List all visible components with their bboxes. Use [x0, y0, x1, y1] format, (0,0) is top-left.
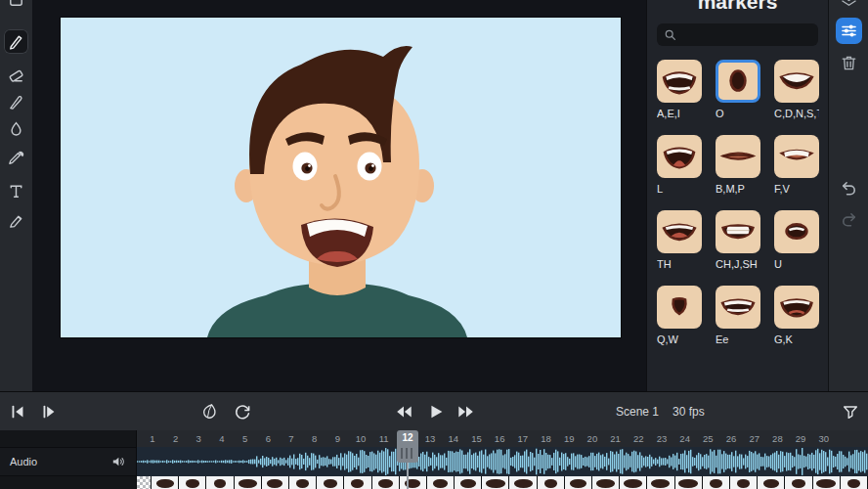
frame-number[interactable]: 23 — [650, 430, 673, 447]
mouth-item-bmp[interactable]: B,M,P — [716, 135, 760, 195]
frame-number[interactable]: 10 — [349, 430, 372, 447]
frame-number[interactable]: 20 — [581, 430, 604, 447]
empty-frame-cell[interactable] — [137, 476, 151, 489]
frame-number[interactable]: 13 — [418, 430, 442, 447]
frame-number[interactable]: 2 — [164, 430, 188, 447]
knife-tool-button[interactable] — [4, 90, 28, 114]
keyframe-cell[interactable] — [152, 476, 178, 489]
adjust-settings-button[interactable] — [836, 18, 862, 44]
scene-label[interactable]: Scene 1 — [616, 405, 659, 419]
frame-number[interactable]: 17 — [511, 430, 535, 447]
mouth-thumb-qw[interactable] — [657, 286, 702, 329]
keyframe-cell[interactable] — [179, 476, 205, 489]
keyframe-cell[interactable] — [675, 476, 702, 489]
keyframe-cell[interactable] — [538, 476, 564, 489]
keyframe-cell[interactable] — [317, 476, 343, 489]
frame-number[interactable]: 25 — [697, 430, 720, 447]
keyframe-cell[interactable] — [703, 476, 729, 489]
layers-icon[interactable] — [837, 0, 861, 10]
mouth-item-cdnst[interactable]: C,D,N,S,T... — [774, 60, 819, 119]
playhead-handle[interactable]: 12 — [397, 430, 418, 463]
clipped-tool-icon[interactable] — [4, 0, 28, 10]
mouth-item-gk[interactable]: G,K — [774, 286, 819, 345]
keyframe-cell[interactable] — [372, 476, 399, 489]
timeline-ruler[interactable]: 1234567891011121314151617181920212223242… — [137, 430, 868, 447]
fast-forward-button[interactable] — [455, 400, 478, 423]
next-frame-button[interactable] — [37, 400, 61, 423]
redo-button[interactable] — [837, 207, 861, 232]
frame-number[interactable]: 28 — [766, 430, 790, 447]
frame-number[interactable]: 22 — [627, 430, 650, 447]
mouth-thumb-fv[interactable] — [774, 135, 819, 178]
mouth-item-qw[interactable]: Q,W — [657, 286, 702, 345]
keyframe-cell[interactable] — [509, 476, 536, 489]
keyframe-cell[interactable] — [730, 476, 757, 489]
frame-number[interactable]: 19 — [557, 430, 581, 447]
frame-number[interactable]: 15 — [465, 430, 489, 447]
play-button[interactable] — [424, 400, 448, 423]
keyframe-cell[interactable] — [344, 476, 370, 489]
pen-tool-button[interactable] — [4, 29, 28, 54]
frame-number[interactable]: 9 — [326, 430, 350, 447]
undo-button[interactable] — [837, 176, 861, 200]
keyframe-cell[interactable] — [565, 476, 591, 489]
keyframe-cell[interactable] — [592, 476, 619, 489]
mouth-item-u[interactable]: U — [774, 210, 819, 270]
mouth-thumb-chjsh[interactable] — [716, 210, 760, 253]
keyframe-cell[interactable] — [841, 476, 867, 489]
mouth-thumb-cdnst[interactable] — [774, 60, 819, 103]
mouth-item-th[interactable]: TH — [657, 210, 702, 270]
mouth-item-ee[interactable]: Ee — [716, 286, 760, 345]
frame-number[interactable]: 11 — [372, 430, 396, 447]
drawing-canvas[interactable] — [61, 18, 621, 337]
mouth-item-fv[interactable]: F,V — [774, 135, 819, 195]
frame-number[interactable]: 26 — [719, 430, 743, 447]
fill-tool-button[interactable] — [4, 117, 28, 142]
rewind-button[interactable] — [392, 400, 415, 423]
keyframe-cell[interactable] — [400, 476, 426, 489]
eyedropper-tool-button[interactable] — [4, 147, 28, 171]
search-input[interactable] — [682, 27, 811, 43]
frame-number[interactable]: 16 — [488, 430, 511, 447]
mouth-thumb-gk[interactable] — [774, 286, 819, 329]
frame-number[interactable]: 29 — [789, 430, 812, 447]
mouth-thumb-o[interactable] — [716, 60, 760, 103]
text-tool-button[interactable] — [4, 179, 28, 203]
audio-track-lane[interactable] — [137, 447, 868, 476]
fps-label[interactable]: 30 fps — [673, 405, 705, 419]
speaker-icon[interactable] — [110, 454, 126, 469]
timeline-filter-button[interactable] — [839, 400, 862, 423]
keyframe-cell[interactable] — [758, 476, 784, 489]
frame-number[interactable]: 8 — [303, 430, 326, 447]
mouth-thumb-l[interactable] — [657, 135, 702, 178]
keyframe-cell[interactable] — [235, 476, 261, 489]
mouth-thumb-ee[interactable] — [716, 286, 760, 329]
mouth-item-l[interactable]: L — [657, 135, 702, 195]
mouth-search[interactable] — [657, 23, 818, 46]
frame-number[interactable]: 30 — [812, 430, 836, 447]
mouth-track-header[interactable] — [0, 476, 136, 489]
frame-number[interactable]: 27 — [743, 430, 766, 447]
keyframe-cell[interactable] — [813, 476, 840, 489]
frame-number[interactable]: 7 — [280, 430, 303, 447]
eraser-tool-button[interactable] — [4, 63, 28, 87]
frame-number[interactable]: 4 — [210, 430, 234, 447]
keyframe-cell[interactable] — [620, 476, 646, 489]
keyframe-cell[interactable] — [206, 476, 233, 489]
keyframe-cell[interactable] — [647, 476, 673, 489]
mouth-item-o[interactable]: O — [716, 60, 760, 119]
mouth-thumb-th[interactable] — [657, 210, 702, 253]
mouth-track-lane[interactable] — [137, 476, 868, 489]
frame-number[interactable]: 18 — [535, 430, 558, 447]
delete-button[interactable] — [837, 51, 861, 75]
frame-number[interactable]: 5 — [234, 430, 257, 447]
keyframe-cell[interactable] — [289, 476, 316, 489]
loop-button[interactable] — [231, 400, 254, 423]
keyframe-cell[interactable] — [262, 476, 288, 489]
mouth-item-chjsh[interactable]: CH,J,SH — [716, 210, 760, 270]
mouth-item-aei[interactable]: A,E,I — [657, 60, 702, 119]
frame-number[interactable]: 14 — [442, 430, 465, 447]
frame-number[interactable]: 1 — [141, 430, 164, 447]
frame-number[interactable]: 6 — [256, 430, 280, 447]
frame-number[interactable]: 3 — [187, 430, 210, 447]
